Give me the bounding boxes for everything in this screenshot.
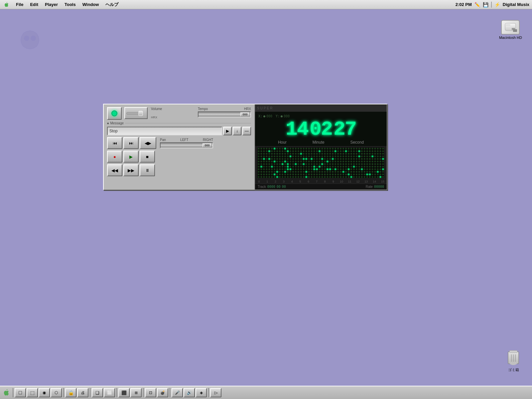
display-footer: Track 0000 00 00 Rate 00000: [255, 184, 387, 190]
scale-2: 2: [274, 180, 278, 183]
trash-label: ゴミ箱: [508, 367, 519, 372]
display-title: SUPER: [257, 106, 273, 110]
y-display: Y: 000: [276, 114, 290, 118]
pan-label: Pan: [160, 138, 166, 142]
hd-icon[interactable]: Macintosh HD: [499, 20, 522, 40]
message-label: Message: [110, 121, 124, 125]
svg-rect-1: [512, 28, 515, 30]
taskbar-btn-0[interactable]: □: [15, 388, 26, 397]
track-value: 0000: [267, 185, 275, 189]
taskbar-btn-12[interactable]: 🎤: [172, 388, 183, 397]
hd-disk-image: [501, 20, 520, 35]
camera-icon: 💾: [483, 2, 488, 7]
tempo-value: 000: [240, 112, 250, 116]
pan-right: RIGHT: [203, 138, 213, 142]
menu-window[interactable]: Window: [80, 1, 102, 8]
volume-label: Volume: [151, 107, 162, 111]
taskbar-sep-5: [170, 388, 170, 397]
taskbar-btn-5[interactable]: 🖨: [77, 388, 88, 397]
taskbar-btn-15[interactable]: ⊳: [210, 388, 221, 397]
pan-value: 000: [202, 143, 212, 147]
menu-edit[interactable]: Edit: [27, 1, 41, 8]
scale-8: 8: [323, 180, 327, 183]
taskbar-sep-4: [143, 388, 144, 397]
song-btn-2[interactable]: ↓: [233, 127, 241, 135]
track-unit2: 00: [282, 185, 286, 189]
volume-slider-area[interactable]: [124, 107, 148, 119]
taskbar: □ ⬚ ◉ ⬡ 🔒 🖨 ❑ ⬜ ⬛ ⊞ ⊡ 💣 🎤 🔊 ◈ ⊳: [0, 386, 532, 399]
menubar-time: 2:02 PM: [456, 2, 472, 7]
scale-10: 10: [339, 180, 343, 183]
rate-value: 00000: [374, 185, 384, 189]
svg-rect-0: [505, 23, 516, 31]
menu-tools[interactable]: Tools: [62, 1, 78, 8]
track-label: Track: [258, 185, 266, 189]
scale-6: 6: [307, 180, 311, 183]
volume-max-label: HRX: [151, 116, 162, 119]
song-btn-3[interactable]: —: [242, 127, 251, 135]
hour-display: 14: [286, 119, 308, 139]
taskbar-btn-4[interactable]: 🔒: [65, 388, 76, 397]
menu-help[interactable]: ヘルプ: [103, 1, 121, 8]
song-btn-1[interactable]: ▶: [223, 127, 232, 135]
tempo-slider[interactable]: 000: [198, 111, 251, 117]
taskbar-btn-1[interactable]: ⬚: [27, 388, 38, 397]
scale-5: 5: [298, 180, 302, 183]
right-panel: SUPER X: 000 Y: 000: [255, 104, 387, 190]
menu-file[interactable]: File: [13, 1, 26, 8]
transport-row-2: ● ▶ ■: [107, 151, 251, 163]
track-unit1: 00: [277, 185, 281, 189]
menu-player[interactable]: Player: [42, 1, 61, 8]
taskbar-btn-2[interactable]: ◉: [39, 388, 50, 397]
y-value: 000: [284, 114, 290, 118]
x-value: 000: [266, 114, 272, 118]
taskbar-btn-7[interactable]: ⬜: [104, 388, 115, 397]
taskbar-btn-6[interactable]: ❑: [92, 388, 103, 397]
stop-btn[interactable]: ■: [140, 151, 155, 163]
rate-label: Rate: [366, 185, 373, 189]
taskbar-apple[interactable]: [1, 388, 11, 398]
loop-btn[interactable]: ◀▶: [140, 137, 156, 149]
menubar-items: File Edit Player Tools Window ヘルプ: [13, 1, 456, 8]
taskbar-btn-9[interactable]: ⊞: [130, 388, 142, 397]
scale-15: 15: [381, 180, 385, 183]
minute-label: Minute: [313, 140, 325, 145]
x-display: X: 000: [258, 114, 272, 118]
player-window: Volume HRX Tempo HRX 000: [103, 104, 387, 190]
song-name-field[interactable]: Stop: [107, 127, 222, 135]
transport-row-1: ⏮ ⏭ ◀▶ Pan LEFT RIGHT 000: [107, 137, 251, 149]
svg-rect-13: [139, 111, 143, 116]
taskbar-btn-13[interactable]: 🔊: [184, 388, 195, 397]
hour-label: Hour: [278, 140, 287, 145]
taskbar-btn-14[interactable]: ◈: [196, 388, 207, 397]
message-separator: [125, 123, 251, 123]
scale-14: 14: [372, 180, 376, 183]
record-btn[interactable]: ●: [107, 151, 122, 163]
pause-btn[interactable]: ⏸: [140, 164, 155, 176]
power-button[interactable]: [107, 107, 122, 120]
minute-display: 02: [310, 119, 332, 139]
bg-icon-1: [17, 27, 43, 54]
taskbar-btn-3[interactable]: ⬡: [51, 388, 62, 397]
svg-point-10: [31, 36, 36, 41]
trash-icon[interactable]: ゴミ箱: [505, 348, 522, 372]
apple-menu[interactable]: [3, 1, 10, 8]
fast-forward-to-end-btn[interactable]: ⏭: [123, 137, 139, 149]
taskbar-btn-11[interactable]: 💣: [157, 388, 168, 397]
scale-7: 7: [315, 180, 319, 183]
tempo-label: Tempo: [198, 107, 208, 111]
taskbar-btn-8[interactable]: ⬛: [118, 388, 130, 397]
dot-matrix-display: [257, 147, 385, 179]
menubar: File Edit Player Tools Window ヘルプ 2:02 P…: [0, 0, 532, 9]
rewind-to-start-btn[interactable]: ⏮: [107, 137, 122, 149]
fastforward-btn[interactable]: ▶▶: [123, 164, 139, 176]
display-header: SUPER: [255, 104, 387, 112]
digital-time-display: 14 02 27: [258, 119, 383, 139]
track-info: Track 0000 00 00: [258, 185, 286, 189]
scale-9: 9: [331, 180, 335, 183]
bolt-icon: ⚡: [494, 2, 500, 7]
taskbar-btn-10[interactable]: ⊡: [145, 388, 156, 397]
play-btn[interactable]: ▶: [123, 151, 139, 163]
rewind-btn[interactable]: ◀◀: [107, 164, 122, 176]
pan-slider[interactable]: 000: [160, 142, 213, 148]
